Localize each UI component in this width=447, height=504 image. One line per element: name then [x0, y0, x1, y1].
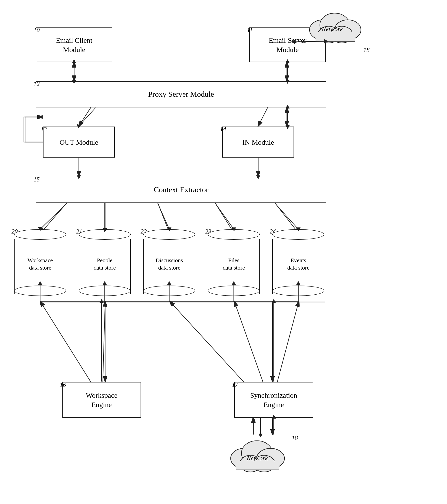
svg-line-64	[215, 203, 234, 229]
workspace-ds-cylinder: Workspacedata store	[14, 229, 66, 294]
in-module-box: IN Module	[222, 126, 294, 158]
label-18-bottom: 18	[292, 434, 298, 442]
svg-line-13	[275, 203, 299, 234]
events-ds-cylinder: Eventsdata store	[272, 229, 325, 294]
out-module-box: OUT Module	[43, 126, 115, 158]
label-11: 11	[247, 27, 253, 34]
label-16: 16	[60, 381, 66, 388]
svg-marker-83	[272, 299, 276, 303]
network-cloud-top: Network	[304, 6, 366, 49]
label-10: 10	[34, 27, 40, 34]
svg-line-18	[277, 301, 299, 382]
svg-line-11	[158, 203, 170, 234]
label-15: 15	[34, 176, 40, 183]
label-13: 13	[41, 126, 47, 133]
sync-engine-box: SynchronizationEngine	[234, 382, 313, 418]
svg-line-5	[258, 108, 268, 126]
svg-line-9	[40, 203, 67, 234]
context-extractor-box: Context Extractor	[36, 177, 326, 203]
label-12: 12	[34, 80, 40, 88]
svg-line-17	[234, 301, 263, 382]
discussions-ds-cylinder: Discussionsdata store	[143, 229, 195, 294]
people-ds-cylinder: Peopledata store	[78, 229, 131, 294]
svg-line-15	[103, 301, 105, 382]
svg-marker-53	[39, 115, 42, 119]
svg-line-4	[79, 108, 91, 126]
svg-line-12	[215, 203, 234, 234]
svg-line-58	[40, 203, 67, 229]
network-cloud-bottom: Network	[225, 434, 289, 477]
svg-line-14	[40, 301, 91, 382]
label-14: 14	[220, 126, 226, 133]
svg-text:Network: Network	[246, 455, 268, 462]
svg-line-16	[170, 301, 244, 382]
email-client-box: Email ClientModule	[36, 27, 112, 62]
svg-rect-39	[236, 461, 279, 470]
svg-line-66	[275, 203, 298, 229]
label-17: 17	[232, 381, 238, 388]
svg-line-62	[158, 203, 169, 229]
svg-text:Network: Network	[322, 26, 343, 33]
svg-line-48	[79, 108, 96, 126]
svg-marker-81	[100, 299, 103, 303]
svg-rect-31	[315, 32, 355, 42]
proxy-server-box: Proxy Server Module	[36, 81, 326, 108]
workspace-engine-box: WorkspaceEngine	[62, 382, 141, 418]
files-ds-cylinder: Filesdata store	[208, 229, 260, 294]
label-18-top: 18	[363, 47, 369, 54]
diagram-container: Email ClientModule 10 Email ServerModule…	[0, 0, 447, 504]
